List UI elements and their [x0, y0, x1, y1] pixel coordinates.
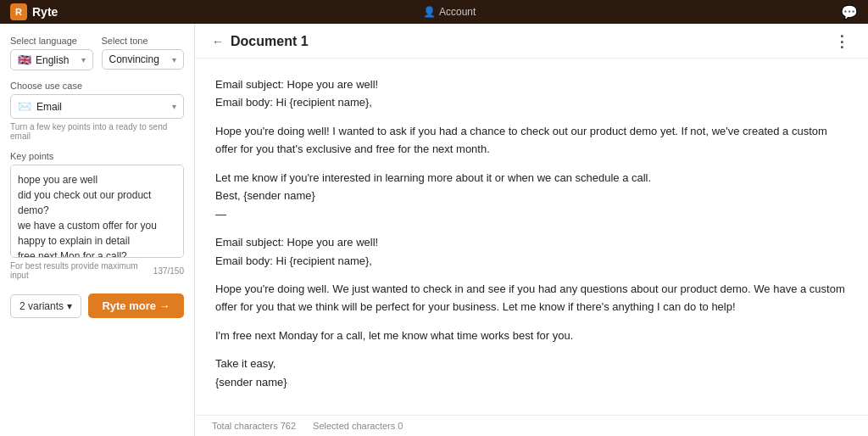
content-block-3: Email subject: Hope you are well! Email … [215, 233, 848, 270]
key-points-footer: For best results provide maximum input 1… [10, 261, 184, 280]
variants-label: 2 variants [19, 300, 64, 312]
content-block-6: Take it easy, {sender name} [215, 355, 848, 391]
language-chevron-icon: ▾ [81, 55, 86, 64]
content-block-1: Hope you're doing well! I wanted to ask … [215, 122, 848, 159]
chat-icon[interactable]: 💬 [841, 4, 858, 20]
back-arrow-icon[interactable]: ← [212, 35, 224, 48]
document-area: ← Document 1 ⋮ Email subject: Hope you a… [195, 24, 868, 436]
language-select[interactable]: 🇬🇧 English ▾ [10, 49, 93, 70]
key-points-label: Key points [10, 151, 184, 161]
document-title: Document 1 [231, 34, 309, 49]
use-case-value: Email [36, 101, 62, 113]
key-points-hint: For best results provide maximum input [10, 261, 153, 280]
tone-value: Convincing [109, 53, 159, 65]
ryte-more-button[interactable]: Ryte more → [88, 293, 184, 318]
account-nav[interactable]: 👤 Account [423, 6, 476, 18]
key-points-count: 137/150 [153, 266, 184, 276]
account-label: Account [439, 6, 476, 18]
content-block-2: Let me know if you're interested in lear… [215, 169, 848, 223]
lang-tone-row: Select language 🇬🇧 English ▾ Select tone… [10, 36, 184, 70]
variants-button[interactable]: 2 variants ▾ [10, 294, 81, 318]
document-menu-icon[interactable]: ⋮ [834, 32, 851, 51]
logo-label: Ryte [32, 5, 58, 19]
logo-icon: R [10, 3, 27, 20]
main-layout: Select language 🇬🇧 English ▾ Select tone… [0, 24, 868, 436]
tone-select[interactable]: Convincing ▾ [102, 49, 185, 70]
language-value: English [36, 54, 69, 66]
use-case-chevron-icon: ▾ [172, 102, 176, 111]
footer-total-chars: Total characters 762 [212, 421, 296, 431]
use-case-label: Choose use case [10, 81, 184, 91]
language-label: Select language [10, 36, 93, 46]
content-block-4: Hope you're doing well. We just wanted t… [215, 280, 848, 316]
footer-selected-chars: Selected characters 0 [313, 421, 403, 431]
variants-chevron-icon: ▾ [67, 300, 72, 312]
language-select-inner: 🇬🇧 English [18, 53, 69, 66]
sidebar: Select language 🇬🇧 English ▾ Select tone… [0, 24, 195, 436]
use-case-select[interactable]: ✉️ Email ▾ [10, 94, 184, 119]
account-person-icon: 👤 [423, 6, 436, 18]
content-block-5: I'm free next Monday for a call, let me … [215, 327, 848, 344]
use-case-section: Choose use case ✉️ Email ▾ Turn a few ke… [10, 81, 184, 141]
document-content: Email subject: Hope you are well! Email … [195, 59, 868, 415]
action-row: 2 variants ▾ Ryte more → [10, 293, 184, 318]
document-footer: Total characters 762 Selected characters… [195, 415, 868, 436]
use-case-hint: Turn a few key points into a ready to se… [10, 122, 184, 141]
ryte-more-label: Ryte more → [102, 299, 170, 312]
language-field: Select language 🇬🇧 English ▾ [10, 36, 93, 70]
key-points-section: Key points For best results provide maxi… [10, 151, 184, 280]
document-title-row: ← Document 1 [212, 34, 309, 49]
tone-chevron-icon: ▾ [172, 55, 176, 64]
tone-field: Select tone Convincing ▾ [102, 36, 185, 70]
topbar: R Ryte 👤 Account 💬 [0, 0, 868, 24]
key-points-input[interactable] [10, 165, 184, 258]
flag-icon: 🇬🇧 [18, 53, 31, 66]
tone-label: Select tone [102, 36, 185, 46]
email-icon: ✉️ [18, 100, 31, 113]
logo: R Ryte [10, 3, 58, 20]
content-block-0: Email subject: Hope you are well! Email … [215, 75, 848, 112]
document-header: ← Document 1 ⋮ [195, 24, 868, 59]
